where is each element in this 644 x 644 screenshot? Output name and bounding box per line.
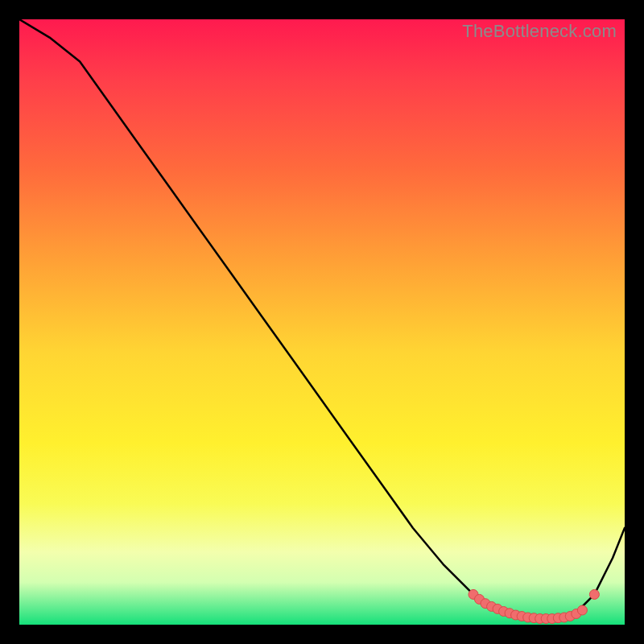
highlight-dot [481, 599, 490, 609]
highlight-dot [475, 594, 485, 604]
highlight-dot [505, 609, 514, 618]
highlight-dot [529, 613, 539, 623]
highlight-dot [493, 604, 502, 613]
curve-path [19, 19, 625, 619]
highlight-dot [523, 613, 533, 622]
highlight-dot [499, 607, 509, 617]
watermark-text: TheBottleneck.com [462, 21, 617, 42]
highlight-dot [469, 589, 478, 599]
highlight-dot [565, 612, 575, 621]
highlight-dot [535, 614, 545, 624]
curve-svg [19, 19, 625, 625]
highlight-dot [517, 612, 526, 621]
highlight-dot [541, 614, 551, 624]
highlight-dot [553, 613, 563, 623]
highlight-dot [577, 605, 587, 615]
chart-plot-area: TheBottleneck.com [19, 19, 625, 625]
highlight-dot [547, 614, 557, 624]
highlight-dot [511, 610, 521, 620]
highlight-dots [469, 589, 599, 623]
highlight-dot [589, 589, 599, 599]
highlight-dot [572, 609, 581, 619]
chart-frame: TheBottleneck.com [0, 0, 644, 644]
highlight-dot [487, 601, 497, 611]
highlight-dot [559, 613, 569, 622]
